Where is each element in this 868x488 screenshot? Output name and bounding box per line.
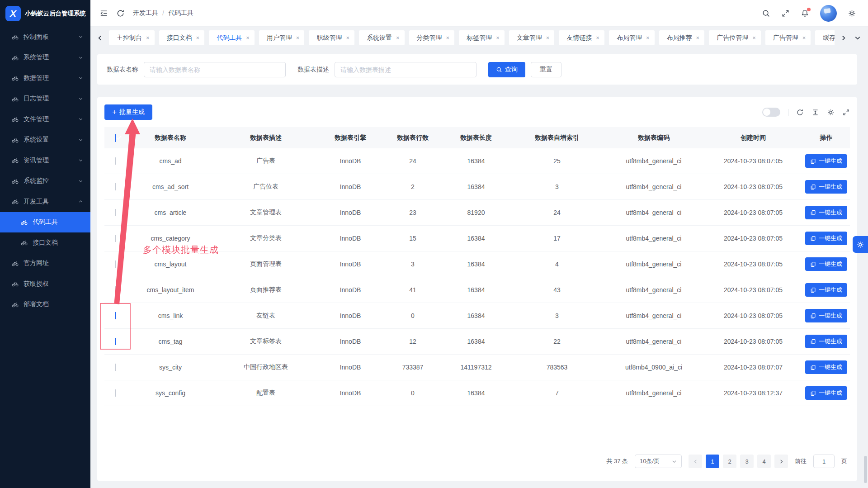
tab-close-icon[interactable]: × bbox=[346, 35, 349, 41]
breadcrumb-item[interactable]: 开发工具 bbox=[133, 9, 158, 17]
page-number-button[interactable]: 2 bbox=[723, 455, 736, 468]
tab-close-icon[interactable]: × bbox=[396, 35, 400, 41]
cell-created: 2024-10-23 08:07:07 bbox=[704, 364, 802, 371]
tab-item[interactable]: 广告管理× bbox=[765, 30, 811, 45]
search-icon[interactable] bbox=[762, 9, 770, 18]
tabs-scroll-right-button[interactable] bbox=[839, 33, 849, 43]
tab-close-icon[interactable]: × bbox=[196, 35, 200, 41]
cell-auto_index: 24 bbox=[510, 209, 604, 216]
row-height-icon[interactable] bbox=[811, 109, 819, 116]
page-number-button[interactable]: 3 bbox=[740, 455, 754, 468]
sidebar-item[interactable]: 系统监控 bbox=[0, 171, 90, 192]
sidebar-item[interactable]: 控制面板 bbox=[0, 27, 90, 47]
tab-close-icon[interactable]: × bbox=[496, 35, 500, 41]
stripe-toggle[interactable] bbox=[762, 108, 780, 117]
generate-button[interactable]: 一键生成 bbox=[805, 386, 847, 400]
row-checkbox[interactable] bbox=[115, 157, 116, 165]
tab-item[interactable]: 主控制台× bbox=[109, 30, 155, 45]
reset-button[interactable]: 重置 bbox=[531, 62, 561, 77]
tab-item[interactable]: 布局管理× bbox=[609, 30, 655, 45]
tab-item[interactable]: 标签管理× bbox=[459, 30, 505, 45]
sidebar-item[interactable]: 数据管理 bbox=[0, 68, 90, 89]
tab-item[interactable]: 接口文档× bbox=[159, 30, 205, 45]
table-name-input[interactable] bbox=[144, 62, 286, 77]
row-checkbox[interactable] bbox=[115, 312, 116, 319]
tab-close-icon[interactable]: × bbox=[246, 35, 250, 41]
tab-close-icon[interactable]: × bbox=[446, 35, 450, 41]
sidebar-item[interactable]: 官方网址 bbox=[0, 253, 90, 274]
generate-button[interactable]: 一键生成 bbox=[805, 360, 847, 374]
tab-item[interactable]: 职级管理× bbox=[309, 30, 354, 45]
tabs-scroll-left-button[interactable] bbox=[95, 33, 105, 43]
settings-gear-icon[interactable] bbox=[848, 9, 856, 18]
tab-item[interactable]: 广告位管理× bbox=[709, 30, 761, 45]
sidebar-item[interactable]: 系统管理 bbox=[0, 47, 90, 68]
refresh-page-icon[interactable] bbox=[116, 9, 125, 18]
user-avatar[interactable] bbox=[820, 5, 837, 22]
tab-item[interactable]: 系统设置× bbox=[359, 30, 405, 45]
page-number-button[interactable]: 4 bbox=[757, 455, 771, 468]
next-page-button[interactable] bbox=[774, 455, 788, 468]
tab-close-icon[interactable]: × bbox=[546, 35, 550, 41]
sidebar-item[interactable]: 文件管理 bbox=[0, 109, 90, 130]
row-checkbox[interactable] bbox=[115, 209, 116, 216]
prev-page-button[interactable] bbox=[689, 455, 702, 468]
generate-button[interactable]: 一键生成 bbox=[805, 232, 847, 245]
row-checkbox[interactable] bbox=[115, 183, 116, 190]
column-settings-gear-icon[interactable] bbox=[827, 109, 835, 116]
tab-close-icon[interactable]: × bbox=[752, 35, 756, 41]
tab-close-icon[interactable]: × bbox=[646, 35, 650, 41]
page-number-button[interactable]: 1 bbox=[706, 455, 719, 468]
tab-close-icon[interactable]: × bbox=[802, 35, 806, 41]
theme-settings-button[interactable] bbox=[853, 236, 868, 253]
tab-item[interactable]: 分类管理× bbox=[409, 30, 455, 45]
generate-button[interactable]: 一键生成 bbox=[805, 335, 847, 348]
generate-button-label: 一键生成 bbox=[819, 208, 842, 217]
tab-item[interactable]: 友情链接× bbox=[559, 30, 604, 45]
row-checkbox[interactable] bbox=[115, 286, 116, 294]
sidebar-item[interactable]: 部署文档 bbox=[0, 294, 90, 315]
cell-created: 2024-10-23 08:12:37 bbox=[704, 389, 802, 397]
tab-close-icon[interactable]: × bbox=[696, 35, 700, 41]
select-all-checkbox[interactable] bbox=[115, 134, 116, 142]
generate-button[interactable]: 一键生成 bbox=[805, 180, 847, 194]
refresh-table-icon[interactable] bbox=[796, 109, 804, 116]
batch-generate-button[interactable]: + 批量生成 bbox=[104, 104, 152, 120]
tab-item[interactable]: 用户管理× bbox=[259, 30, 305, 45]
row-checkbox[interactable] bbox=[115, 364, 116, 371]
generate-button[interactable]: 一键生成 bbox=[805, 283, 847, 297]
tab-label: 标签管理 bbox=[467, 34, 492, 42]
tab-item[interactable]: 文章管理× bbox=[509, 30, 555, 45]
tab-item[interactable]: 代码工具× bbox=[209, 30, 255, 45]
notifications-button[interactable] bbox=[801, 9, 809, 18]
tab-close-icon[interactable]: × bbox=[296, 35, 300, 41]
generate-button[interactable]: 一键生成 bbox=[805, 309, 847, 322]
sidebar-item[interactable]: 资讯管理 bbox=[0, 150, 90, 171]
generate-button[interactable]: 一键生成 bbox=[805, 206, 847, 219]
tab-close-icon[interactable]: × bbox=[596, 35, 599, 41]
sidebar-subitem[interactable]: 接口文档 bbox=[0, 232, 90, 253]
table-fullscreen-icon[interactable] bbox=[842, 109, 850, 116]
tab-item[interactable]: 缓存管理× bbox=[815, 30, 835, 45]
sidebar-item[interactable]: 开发工具 bbox=[0, 191, 90, 212]
row-checkbox[interactable] bbox=[115, 389, 116, 397]
row-checkbox[interactable] bbox=[115, 261, 116, 268]
row-checkbox[interactable] bbox=[115, 338, 116, 345]
tab-close-icon[interactable]: × bbox=[146, 35, 150, 41]
tabs-dropdown-button[interactable] bbox=[853, 33, 863, 43]
table-desc-input[interactable] bbox=[335, 62, 476, 77]
scrollbar-thumb[interactable] bbox=[864, 456, 867, 483]
generate-button[interactable]: 一键生成 bbox=[805, 257, 847, 271]
sidebar-item[interactable]: 获取授权 bbox=[0, 274, 90, 294]
sidebar-subitem[interactable]: 代码工具 bbox=[0, 212, 90, 233]
page-size-select[interactable]: 10条/页 bbox=[635, 455, 682, 468]
generate-button[interactable]: 一键生成 bbox=[805, 154, 847, 168]
tab-item[interactable]: 布局推荐× bbox=[659, 30, 705, 45]
search-button[interactable]: 查询 bbox=[488, 62, 525, 77]
sidebar-item[interactable]: 系统设置 bbox=[0, 130, 90, 151]
sidebar-collapse-icon[interactable] bbox=[99, 9, 108, 18]
fullscreen-icon[interactable] bbox=[781, 9, 790, 18]
sidebar-item[interactable]: 日志管理 bbox=[0, 89, 90, 109]
row-checkbox[interactable] bbox=[115, 235, 116, 242]
goto-page-input[interactable] bbox=[813, 455, 835, 468]
